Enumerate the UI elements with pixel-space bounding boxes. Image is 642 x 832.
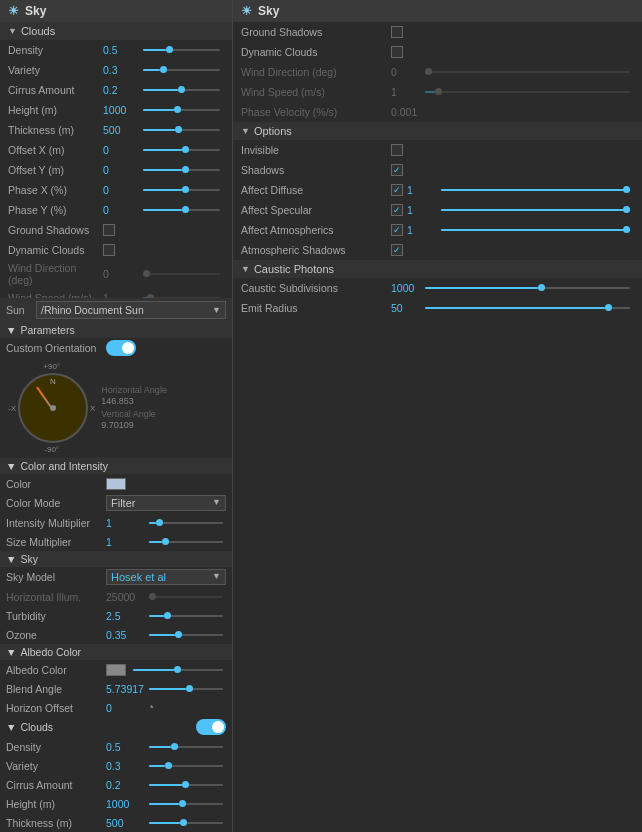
custom-orientation-toggle[interactable] [106,340,136,356]
r-affect-atmo-slider[interactable] [441,229,630,231]
sky-model-label: Sky Model [6,571,106,583]
r-caustic-subdiv-label: Caustic Subdivisions [241,282,391,294]
sky-model-select[interactable]: Hosek et al ▼ [106,569,226,585]
r-invisible-label: Invisible [241,144,391,156]
phase-y-row: Phase Y (%) 0 [0,200,232,220]
bp-variety-slider[interactable] [149,765,223,767]
r-caustic-section[interactable]: ▼ Caustic Photons [233,260,642,278]
horizontal-illum-row: Horizontal Illum. 25000 [0,587,232,606]
sky-icon-right: ☀ [241,4,252,18]
r-affect-diffuse-checkbox[interactable] [391,184,403,196]
ozone-value: 0.35 [106,629,146,641]
r-dynamic-clouds-label: Dynamic Clouds [241,46,391,58]
r-options-section[interactable]: ▼ Options [233,122,642,140]
bp-height-row: Height (m) 1000 [0,794,232,813]
blend-slider[interactable] [149,688,223,690]
r-affect-specular-checkbox[interactable] [391,204,403,216]
color-mode-select[interactable]: Filter ▼ [106,495,226,511]
ground-shadows-row-left: Ground Shadows [0,220,232,240]
density-slider[interactable] [143,49,220,51]
intensity-slider[interactable] [149,522,223,524]
blend-angle-row: Blend Angle 5.73917 [0,679,232,698]
density-label: Density [8,44,103,56]
thickness-value: 500 [103,124,139,136]
dynamic-clouds-row-left: Dynamic Clouds [0,240,232,260]
clouds-bottom-arrow: ▼ [6,721,16,733]
bp-height-slider[interactable] [149,803,223,805]
r-affect-diffuse-row: Affect Diffuse 1 [233,180,642,200]
r-options-label: Options [254,125,292,137]
r-affect-specular-slider[interactable] [441,209,630,211]
bp-thickness-label: Thickness (m) [6,817,106,829]
phase-y-slider[interactable] [143,209,220,211]
density-value: 0.5 [103,44,139,56]
bp-cirrus-row: Cirrus Amount 0.2 [0,775,232,794]
clouds-section-header[interactable]: ▼ Clouds [0,22,232,40]
r-ground-shadows-checkbox[interactable] [391,26,403,38]
height-slider[interactable] [143,109,220,111]
h-angle-label: Horizontal Angle [101,385,224,395]
color-intensity-section: ▼ Color and Intensity [0,458,232,474]
phase-y-label: Phase Y (%) [8,204,103,216]
size-slider[interactable] [149,541,223,543]
r-emit-radius-label: Emit Radius [241,302,391,314]
r-affect-atmo-row: Affect Atmospherics 1 [233,220,642,240]
albedo-color-swatch[interactable] [106,664,126,676]
offset-y-slider[interactable] [143,169,220,171]
phase-x-value: 0 [103,184,139,196]
params-arrow: ▼ [6,324,16,336]
offset-x-slider[interactable] [143,149,220,151]
dynamic-clouds-checkbox-left[interactable] [103,244,115,256]
albedo-color-row: Albedo Color [0,660,232,679]
r-affect-atmo-checkbox[interactable] [391,224,403,236]
cirrus-row: Cirrus Amount 0.2 [0,80,232,100]
bp-cirrus-slider[interactable] [149,784,223,786]
r-affect-specular-label: Affect Specular [241,204,391,216]
r-wind-dir-row: Wind Direction (deg) 0 [233,62,642,82]
r-invisible-checkbox[interactable] [391,144,403,156]
clouds-label: Clouds [21,25,55,37]
r-ground-shadows-label: Ground Shadows [241,26,391,38]
bp-density-value: 0.5 [106,741,146,753]
r-atmo-shadows-label: Atmospheric Shadows [241,244,391,256]
bp-density-slider[interactable] [149,746,223,748]
color-swatch[interactable] [106,478,126,490]
h-illum-value: 25000 [106,591,146,603]
thickness-slider[interactable] [143,129,220,131]
r-affect-atmo-value: 1 [407,224,437,236]
r-dynamic-clouds-checkbox[interactable] [391,46,403,58]
height-row: Height (m) 1000 [0,100,232,120]
phase-x-slider[interactable] [143,189,220,191]
clouds-toggle[interactable] [196,719,226,735]
r-emit-radius-value: 50 [391,302,421,314]
h-angle-value: 146.853 [101,396,224,406]
albedo-arrow: ▼ [6,646,16,658]
compass-rose[interactable]: N [18,373,88,443]
r-affect-specular-row: Affect Specular 1 [233,200,642,220]
ozone-slider[interactable] [149,634,223,636]
clouds-bottom-header: ▼ Clouds [6,721,196,733]
sun-row: Sun /Rhino Document Sun ▼ [0,298,232,322]
params-section: ▼ Parameters [0,322,232,338]
r-emit-radius-row: Emit Radius 50 [233,298,642,318]
ground-shadows-checkbox-left[interactable] [103,224,115,236]
bp-variety-label: Variety [6,760,106,772]
offset-x-row: Offset X (m) 0 [0,140,232,160]
turbidity-slider[interactable] [149,615,223,617]
r-affect-diffuse-slider[interactable] [441,189,630,191]
ci-arrow: ▼ [6,460,16,472]
wind-dir-label-left: Wind Direction (deg) [8,262,103,286]
sun-select[interactable]: /Rhino Document Sun ▼ [36,301,226,319]
r-caustic-subdiv-slider[interactable] [425,287,630,289]
left-scroll-area[interactable]: ▼ Clouds Density 0.5 Variety 0.3 Cirrus … [0,22,232,298]
r-atmo-shadows-checkbox[interactable] [391,244,403,256]
r-emit-radius-slider[interactable] [425,307,630,309]
right-scroll-area[interactable]: Ground Shadows Dynamic Clouds Wind Direc… [233,22,642,832]
r-shadows-checkbox[interactable] [391,164,403,176]
bp-thickness-slider[interactable] [149,822,223,824]
variety-slider[interactable] [143,69,220,71]
cirrus-slider[interactable] [143,89,220,91]
albedo-color-slider[interactable] [133,669,223,671]
wind-dir-slider-left [143,273,220,275]
bp-variety-value: 0.3 [106,760,146,772]
